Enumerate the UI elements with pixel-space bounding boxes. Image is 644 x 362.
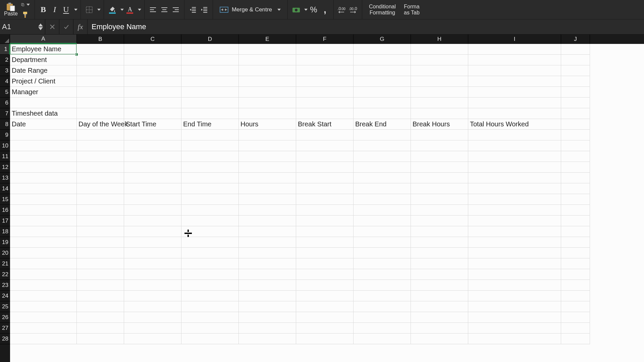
cell[interactable] [124, 226, 181, 237]
cell[interactable] [77, 226, 124, 237]
cell[interactable] [181, 44, 239, 55]
cell[interactable] [296, 258, 354, 269]
cell[interactable] [239, 55, 296, 65]
cell[interactable] [296, 173, 354, 183]
row-header[interactable]: 5 [0, 87, 10, 98]
row-header[interactable]: 3 [0, 65, 10, 76]
cell[interactable] [181, 55, 239, 65]
cell[interactable] [561, 162, 590, 173]
cell[interactable] [296, 269, 354, 280]
cell[interactable] [354, 248, 411, 258]
cell[interactable] [561, 108, 590, 119]
cell[interactable] [181, 226, 239, 237]
cell[interactable] [124, 216, 181, 226]
accept-formula-button[interactable] [59, 19, 73, 34]
currency-dropdown[interactable] [302, 4, 308, 15]
row-header[interactable]: 10 [0, 140, 10, 151]
cell[interactable] [181, 323, 239, 334]
cell[interactable] [411, 162, 468, 173]
cell[interactable] [181, 194, 239, 205]
cell[interactable]: Day of the Week [77, 119, 124, 130]
cell[interactable] [468, 237, 561, 248]
cell[interactable] [239, 237, 296, 248]
cell[interactable] [296, 323, 354, 334]
cell[interactable] [296, 98, 354, 108]
cell[interactable] [124, 334, 181, 344]
cell[interactable] [10, 183, 77, 194]
cell[interactable] [239, 269, 296, 280]
cell[interactable] [181, 130, 239, 140]
cell[interactable] [181, 216, 239, 226]
cell[interactable] [77, 291, 124, 301]
cell[interactable] [77, 140, 124, 151]
cell[interactable] [411, 237, 468, 248]
cell[interactable] [77, 130, 124, 140]
cell[interactable] [10, 216, 77, 226]
cell[interactable] [468, 216, 561, 226]
cell[interactable] [124, 269, 181, 280]
cell[interactable] [10, 173, 77, 183]
cell[interactable] [561, 301, 590, 312]
cell[interactable] [239, 151, 296, 162]
cell[interactable] [411, 334, 468, 344]
cell[interactable] [77, 216, 124, 226]
cell[interactable] [296, 65, 354, 76]
cell[interactable] [10, 194, 77, 205]
cell[interactable] [77, 237, 124, 248]
name-box[interactable] [2, 22, 32, 31]
cell[interactable] [124, 98, 181, 108]
row-header[interactable]: 15 [0, 194, 10, 205]
cell[interactable] [239, 323, 296, 334]
cell[interactable] [239, 216, 296, 226]
cell[interactable]: Date Range [10, 65, 77, 76]
row-header[interactable]: 17 [0, 216, 10, 226]
cell[interactable] [296, 151, 354, 162]
cell[interactable] [77, 44, 124, 55]
cell[interactable] [561, 312, 590, 323]
cell[interactable] [296, 55, 354, 65]
cell[interactable] [561, 226, 590, 237]
comma-style-button[interactable]: , [319, 4, 331, 15]
cell[interactable] [561, 151, 590, 162]
cell[interactable] [561, 65, 590, 76]
cell[interactable] [124, 151, 181, 162]
cell[interactable] [296, 194, 354, 205]
row-header[interactable]: 26 [0, 312, 10, 323]
cell[interactable] [77, 173, 124, 183]
cell[interactable] [77, 183, 124, 194]
cell[interactable] [296, 205, 354, 216]
cell[interactable] [124, 194, 181, 205]
align-left-button[interactable] [147, 4, 159, 15]
cell[interactable] [77, 98, 124, 108]
cell[interactable] [468, 183, 561, 194]
cell[interactable] [124, 130, 181, 140]
column-header[interactable]: H [411, 35, 468, 44]
cell[interactable] [296, 334, 354, 344]
cell[interactable] [354, 151, 411, 162]
cell[interactable] [239, 280, 296, 291]
cell[interactable] [124, 323, 181, 334]
cell[interactable] [181, 301, 239, 312]
row-header[interactable]: 20 [0, 248, 10, 258]
row-header[interactable]: 2 [0, 55, 10, 65]
row-header[interactable]: 27 [0, 323, 10, 334]
cell[interactable] [468, 312, 561, 323]
cell[interactable] [561, 119, 590, 130]
cell[interactable] [124, 280, 181, 291]
cell[interactable] [239, 194, 296, 205]
cell[interactable] [561, 205, 590, 216]
cell[interactable] [181, 291, 239, 301]
cell[interactable] [561, 258, 590, 269]
cell[interactable] [468, 269, 561, 280]
cell[interactable] [181, 205, 239, 216]
cell[interactable] [561, 140, 590, 151]
cell[interactable] [77, 194, 124, 205]
cell[interactable] [181, 173, 239, 183]
cell[interactable] [468, 44, 561, 55]
cell[interactable] [239, 173, 296, 183]
cell[interactable] [354, 194, 411, 205]
underline-dropdown[interactable] [72, 4, 78, 15]
cell[interactable] [124, 301, 181, 312]
cell[interactable] [468, 258, 561, 269]
cell[interactable] [10, 291, 77, 301]
